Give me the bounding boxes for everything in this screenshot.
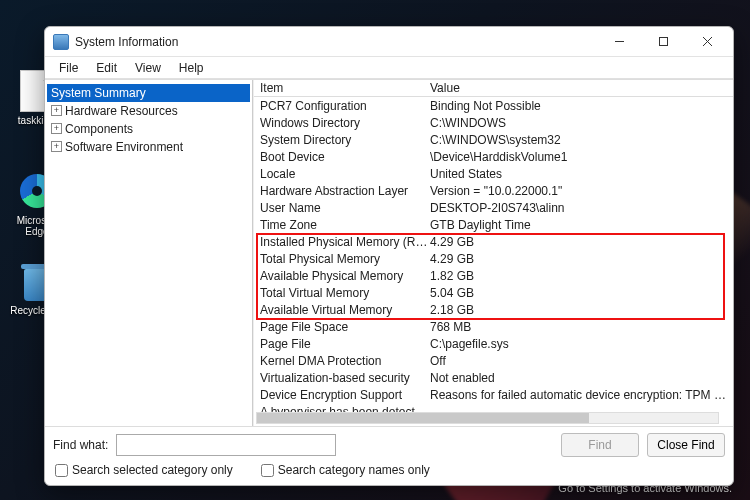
cell-value: Reasons for failed automatic device encr… xyxy=(430,388,727,402)
cell-value: 768 MB xyxy=(430,320,727,334)
chk-search-names-label: Search category names only xyxy=(278,463,430,477)
maximize-button[interactable] xyxy=(641,28,685,56)
cell-item: Page File xyxy=(260,337,430,351)
chk-search-selected-box[interactable] xyxy=(55,464,68,477)
tree-node-components[interactable]: + Components xyxy=(47,120,250,138)
cell-item: Installed Physical Memory (RAM) xyxy=(260,235,430,249)
table-row[interactable]: Boot Device\Device\HarddiskVolume1 xyxy=(254,148,733,165)
cell-item: User Name xyxy=(260,201,430,215)
find-label: Find what: xyxy=(53,438,108,452)
table-row[interactable]: LocaleUnited States xyxy=(254,165,733,182)
menu-view[interactable]: View xyxy=(127,59,169,77)
cell-value: DESKTOP-2I0S743\alinn xyxy=(430,201,727,215)
cell-value: 4.29 GB xyxy=(430,235,727,249)
column-header-row[interactable]: Item Value xyxy=(254,80,733,97)
cell-value: Not enabled xyxy=(430,371,727,385)
tree-node-software-environment[interactable]: + Software Environment xyxy=(47,138,250,156)
chk-search-names[interactable]: Search category names only xyxy=(261,463,430,477)
table-row[interactable]: Page FileC:\pagefile.sys xyxy=(254,335,733,352)
cell-value: GTB Daylight Time xyxy=(430,218,727,232)
cell-item: Time Zone xyxy=(260,218,430,232)
table-row[interactable]: Virtualization-based securityNot enabled xyxy=(254,369,733,386)
table-row[interactable]: Page File Space768 MB xyxy=(254,318,733,335)
table-row[interactable]: Available Virtual Memory2.18 GB xyxy=(254,301,733,318)
minimize-button[interactable] xyxy=(597,28,641,56)
system-information-window: System Information File Edit View Help S… xyxy=(44,26,734,486)
content-area: System Summary + Hardware Resources + Co… xyxy=(45,79,733,426)
find-bar: Find what: Find Close Find Search select… xyxy=(45,426,733,485)
menu-file[interactable]: File xyxy=(51,59,86,77)
find-input[interactable] xyxy=(116,434,335,456)
expand-icon[interactable]: + xyxy=(51,123,62,134)
scrollbar-thumb[interactable] xyxy=(257,413,589,423)
cell-value: \Device\HarddiskVolume1 xyxy=(430,150,727,164)
cell-value: United States xyxy=(430,167,727,181)
cell-item: Hardware Abstraction Layer xyxy=(260,184,430,198)
tree-node-hardware-resources[interactable]: + Hardware Resources xyxy=(47,102,250,120)
cell-value: 5.04 GB xyxy=(430,286,727,300)
cell-item: Boot Device xyxy=(260,150,430,164)
cell-item: Total Virtual Memory xyxy=(260,286,430,300)
cell-value: 2.18 GB xyxy=(430,303,727,317)
cell-item: Device Encryption Support xyxy=(260,388,430,402)
expand-icon[interactable]: + xyxy=(51,141,62,152)
chk-search-names-box[interactable] xyxy=(261,464,274,477)
cell-item: Locale xyxy=(260,167,430,181)
table-row[interactable]: System DirectoryC:\WINDOWS\system32 xyxy=(254,131,733,148)
cell-value: 4.29 GB xyxy=(430,252,727,266)
table-row[interactable]: Installed Physical Memory (RAM)4.29 GB xyxy=(254,233,733,250)
cell-item: Virtualization-based security xyxy=(260,371,430,385)
cell-value: Binding Not Possible xyxy=(430,99,727,113)
menu-help[interactable]: Help xyxy=(171,59,212,77)
chk-search-selected[interactable]: Search selected category only xyxy=(55,463,233,477)
cell-value: 1.82 GB xyxy=(430,269,727,283)
menubar: File Edit View Help xyxy=(45,57,733,79)
titlebar[interactable]: System Information xyxy=(45,27,733,57)
close-find-button[interactable]: Close Find xyxy=(647,433,725,457)
svg-rect-1 xyxy=(659,38,667,46)
cell-value: C:\pagefile.sys xyxy=(430,337,727,351)
window-title: System Information xyxy=(75,35,597,49)
cell-item: Available Virtual Memory xyxy=(260,303,430,317)
table-row[interactable]: Hardware Abstraction LayerVersion = "10.… xyxy=(254,182,733,199)
cell-item: Page File Space xyxy=(260,320,430,334)
cell-item: Kernel DMA Protection xyxy=(260,354,430,368)
chk-search-selected-label: Search selected category only xyxy=(72,463,233,477)
category-tree: System Summary + Hardware Resources + Co… xyxy=(45,80,253,426)
table-row[interactable]: Total Physical Memory4.29 GB xyxy=(254,250,733,267)
cell-item: Total Physical Memory xyxy=(260,252,430,266)
cell-item: PCR7 Configuration xyxy=(260,99,430,113)
table-row[interactable]: Time ZoneGTB Daylight Time xyxy=(254,216,733,233)
table-row[interactable]: Device Encryption SupportReasons for fai… xyxy=(254,386,733,403)
find-button[interactable]: Find xyxy=(561,433,639,457)
tree-node-label: Components xyxy=(65,122,133,136)
close-button[interactable] xyxy=(685,28,729,56)
tree-node-label: Hardware Resources xyxy=(65,104,178,118)
cell-value: Version = "10.0.22000.1" xyxy=(430,184,727,198)
cell-item: System Directory xyxy=(260,133,430,147)
cell-value: Off xyxy=(430,354,727,368)
tree-node-system-summary[interactable]: System Summary xyxy=(47,84,250,102)
table-row[interactable]: Total Virtual Memory5.04 GB xyxy=(254,284,733,301)
horizontal-scrollbar[interactable] xyxy=(256,412,719,424)
menu-edit[interactable]: Edit xyxy=(88,59,125,77)
table-row[interactable]: Kernel DMA ProtectionOff xyxy=(254,352,733,369)
cell-value: C:\WINDOWS\system32 xyxy=(430,133,727,147)
sysinfo-icon xyxy=(53,34,69,50)
tree-node-label: Software Environment xyxy=(65,140,183,154)
cell-value: C:\WINDOWS xyxy=(430,116,727,130)
column-header-item[interactable]: Item xyxy=(260,81,430,95)
column-header-value[interactable]: Value xyxy=(430,81,727,95)
cell-item: Windows Directory xyxy=(260,116,430,130)
table-row[interactable]: Windows DirectoryC:\WINDOWS xyxy=(254,114,733,131)
table-row[interactable]: Available Physical Memory1.82 GB xyxy=(254,267,733,284)
table-row[interactable]: User NameDESKTOP-2I0S743\alinn xyxy=(254,199,733,216)
table-row[interactable]: PCR7 ConfigurationBinding Not Possible xyxy=(254,97,733,114)
cell-item: Available Physical Memory xyxy=(260,269,430,283)
details-pane: Item Value PCR7 ConfigurationBinding Not… xyxy=(253,80,733,426)
expand-icon[interactable]: + xyxy=(51,105,62,116)
